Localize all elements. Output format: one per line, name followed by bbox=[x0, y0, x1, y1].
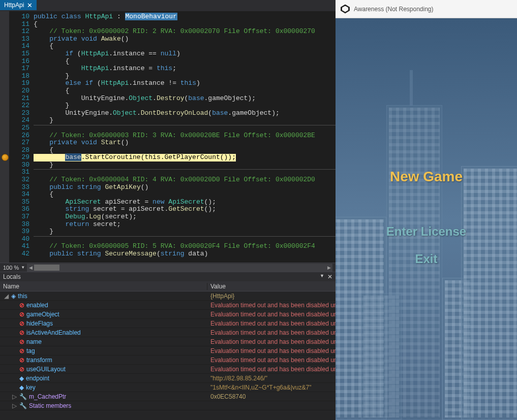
ide-pane: HttpApi ✕ 101112131415161718192021222324… bbox=[0, 0, 336, 420]
tab-httpapi[interactable]: HttpApi ✕ bbox=[0, 0, 37, 10]
local-row[interactable]: ◆key"1sMtf<&n<lIN,uZ~G*T+g6a&|vuz&7" bbox=[0, 383, 336, 392]
local-row[interactable]: ▷🔧Static members bbox=[0, 401, 336, 410]
code-area[interactable]: public class HttpApi : MonoBehaviour{ //… bbox=[34, 11, 336, 263]
local-row[interactable]: ◢◈this{HttpApi} bbox=[0, 292, 336, 301]
local-row[interactable]: ⊘gameObjectEvaluation timed out and has … bbox=[0, 310, 336, 319]
scroll-thumb[interactable] bbox=[34, 265, 59, 271]
locals-panel: Locals ▼ ✕ Name Value ◢◈this{HttpApi}⊘en… bbox=[0, 272, 336, 420]
menu-enter-license[interactable]: Enter License bbox=[336, 224, 517, 239]
h-scrollbar[interactable]: ◀ ▶ bbox=[27, 264, 332, 272]
local-row[interactable]: ⊘hideFlagsEvaluation timed out and has b… bbox=[0, 319, 336, 328]
locals-body: ◢◈this{HttpApi}⊘enabledEvaluation timed … bbox=[0, 292, 336, 420]
building-bg bbox=[461, 166, 517, 420]
tab-bar: HttpApi ✕ bbox=[0, 0, 336, 11]
zoom-dropdown-icon[interactable]: ▼ bbox=[21, 265, 25, 270]
zoom-bar: 100 % ▼ ◀ ▶ bbox=[0, 263, 336, 272]
local-row[interactable]: ⊘transformEvaluation timed out and has b… bbox=[0, 356, 336, 365]
local-row[interactable]: ⊘nameEvaluation timed out and has been d… bbox=[0, 337, 336, 346]
unity-title: Awareness (Not Responding) bbox=[354, 6, 434, 13]
tab-title: HttpApi bbox=[4, 2, 24, 9]
locals-header: Locals ▼ ✕ bbox=[0, 272, 336, 281]
locals-title: Locals bbox=[3, 273, 21, 280]
col-value[interactable]: Value bbox=[207, 283, 336, 290]
close-icon[interactable]: ✕ bbox=[27, 2, 33, 9]
breakpoint-gutter[interactable] bbox=[0, 11, 9, 263]
unity-titlebar: Awareness (Not Responding) bbox=[336, 0, 517, 18]
menu-new-game[interactable]: New Game bbox=[336, 169, 517, 185]
scroll-left-icon[interactable]: ◀ bbox=[27, 264, 34, 272]
code-editor[interactable]: 1011121314151617181920212223242526272829… bbox=[0, 11, 336, 263]
local-row[interactable]: ⊘useGUILayoutEvaluation timed out and ha… bbox=[0, 365, 336, 374]
dropdown-icon[interactable]: ▼ bbox=[320, 273, 324, 280]
local-row[interactable]: ▷🔧m_CachedPtr0x0EC58740 bbox=[0, 392, 336, 401]
col-name[interactable]: Name bbox=[0, 283, 207, 290]
unity-logo-icon bbox=[341, 5, 350, 14]
local-row[interactable]: ⊘enabledEvaluation timed out and has bee… bbox=[0, 301, 336, 310]
local-row[interactable]: ⊘tagEvaluation timed out and has been di… bbox=[0, 346, 336, 356]
local-row[interactable]: ⊘isActiveAndEnabledEvaluation timed out … bbox=[0, 328, 336, 337]
game-area[interactable]: New Game Enter License Exit bbox=[336, 18, 517, 420]
zoom-level[interactable]: 100 % bbox=[3, 265, 19, 271]
scroll-right-icon[interactable]: ▶ bbox=[325, 264, 332, 272]
local-row[interactable]: ◆endpoint"http://82.98.85.246/" bbox=[0, 374, 336, 383]
locals-columns: Name Value bbox=[0, 281, 336, 292]
game-pane: Awareness (Not Responding) New Game Ente… bbox=[336, 0, 517, 420]
building-bg bbox=[361, 293, 402, 420]
close-icon[interactable]: ✕ bbox=[327, 273, 332, 280]
breakpoint-icon[interactable] bbox=[2, 154, 9, 161]
menu-exit[interactable]: Exit bbox=[336, 252, 517, 266]
